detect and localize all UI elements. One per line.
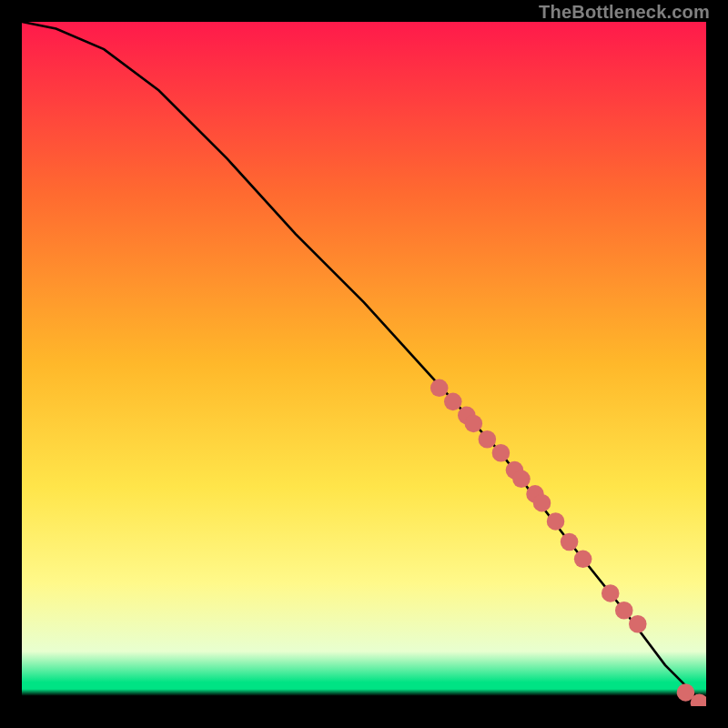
curve-point bbox=[602, 584, 620, 602]
curve-point bbox=[512, 470, 531, 489]
curve-point bbox=[479, 430, 497, 449]
curve-point bbox=[629, 615, 647, 633]
curve-point bbox=[561, 533, 579, 551]
curve-point bbox=[547, 512, 565, 531]
curve-point bbox=[492, 444, 511, 462]
curve-point bbox=[574, 551, 592, 569]
watermark-label: TheBottleneck.com bbox=[539, 2, 710, 23]
curve-point bbox=[444, 393, 462, 411]
chart-overlay-svg bbox=[22, 22, 706, 706]
chart-stage: TheBottleneck.com bbox=[0, 0, 728, 728]
bottleneck-curve-line bbox=[22, 22, 706, 706]
curve-point bbox=[533, 494, 551, 512]
curve-point bbox=[615, 602, 633, 620]
curve-points-group bbox=[430, 379, 706, 706]
curve-point bbox=[430, 379, 449, 398]
chart-plot-area bbox=[22, 22, 706, 706]
curve-point bbox=[465, 415, 483, 433]
